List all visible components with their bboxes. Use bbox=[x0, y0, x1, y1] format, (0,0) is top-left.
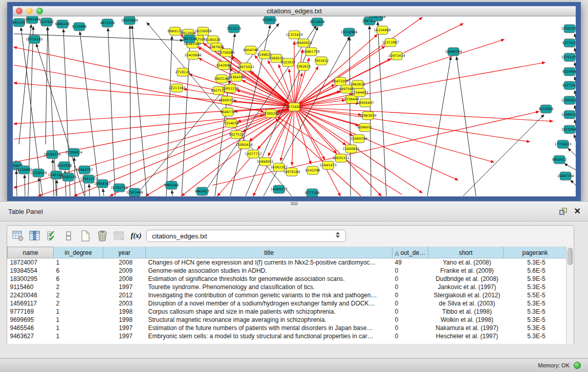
show-columns-icon[interactable] bbox=[27, 229, 42, 243]
graph-node[interactable]: 20206576 bbox=[43, 150, 60, 159]
column-header-name[interactable]: name bbox=[8, 247, 54, 258]
graph-node[interactable]: 11325419 bbox=[286, 31, 302, 39]
column-header-in_degree[interactable]: in_degree bbox=[54, 247, 103, 258]
graph-node[interactable]: 9115460 bbox=[72, 23, 87, 31]
graph-node[interactable]: 10719185 bbox=[26, 35, 42, 43]
graph-node[interactable]: 4671938 bbox=[100, 19, 115, 27]
graph-node[interactable]: 16961758 bbox=[302, 48, 319, 56]
column-header-short[interactable]: short bbox=[428, 247, 504, 258]
graph-node[interactable]: 9646733 bbox=[221, 108, 235, 116]
graph-node[interactable]: 18640910 bbox=[295, 39, 312, 47]
graph-node[interactable]: 18956497 bbox=[357, 99, 374, 107]
graph-node[interactable]: 15751074 bbox=[561, 53, 576, 61]
graph-node[interactable]: 8454749 bbox=[244, 46, 258, 54]
graph-node[interactable]: 7955812 bbox=[314, 57, 329, 65]
new-column-icon[interactable] bbox=[78, 229, 93, 243]
table-row[interactable]: 1830029562008Estimation of significance … bbox=[8, 275, 567, 283]
graph-node[interactable]: 12093832 bbox=[561, 96, 576, 104]
table-scrollbar[interactable] bbox=[566, 247, 574, 344]
graph-node[interactable]: 15049299 bbox=[350, 135, 367, 143]
network-window-titlebar[interactable]: citations_edges.txt bbox=[13, 6, 576, 16]
table-row[interactable]: 969969511998Structural magnetic resonanc… bbox=[8, 316, 567, 324]
graph-node[interactable]: 9142298 bbox=[306, 166, 320, 174]
graph-node[interactable]: 18226058 bbox=[194, 27, 211, 35]
graph-node[interactable]: 9277431 bbox=[562, 39, 576, 47]
graph-node[interactable]: 12213343 bbox=[168, 84, 185, 92]
graph-node[interactable]: 9027512 bbox=[229, 130, 244, 139]
graph-node[interactable]: 7154034 bbox=[224, 119, 239, 127]
graph-node[interactable]: 17710433 bbox=[554, 140, 571, 148]
graph-node[interactable]: 16210643 bbox=[561, 125, 576, 134]
minimize-window-button[interactable] bbox=[26, 8, 33, 14]
table-row[interactable]: 2242004622012Investigating the contribut… bbox=[8, 291, 567, 299]
select-all-icon[interactable] bbox=[44, 229, 59, 243]
graph-node[interactable]: 9463627 bbox=[195, 187, 210, 195]
table-row[interactable]: 946554611997Estimation of the future num… bbox=[8, 324, 567, 332]
table-selector-dropdown[interactable]: citations_edges.txt bbox=[146, 230, 346, 242]
graph-node[interactable]: 8096951 bbox=[358, 123, 373, 132]
graph-node[interactable]: 12942757 bbox=[76, 166, 93, 174]
graph-node[interactable]: 7857224 bbox=[182, 35, 197, 43]
table-row[interactable]: 1456911722003Disruption of a novel membe… bbox=[8, 299, 567, 308]
close-window-button[interactable] bbox=[16, 8, 23, 14]
graph-node[interactable]: 18698321 bbox=[218, 96, 235, 104]
graph-node[interactable]: 16782759 bbox=[111, 184, 127, 192]
graph-node[interactable]: 8813054 bbox=[310, 18, 325, 26]
graph-node[interactable]: 15845473 bbox=[319, 161, 336, 169]
graph-node[interactable]: 14569117 bbox=[270, 185, 287, 193]
unselect-all-icon[interactable] bbox=[61, 229, 76, 243]
panel-splitter-grip[interactable] bbox=[291, 202, 298, 205]
graph-node[interactable]: 9450512 bbox=[552, 156, 567, 164]
delete-column-icon[interactable] bbox=[95, 229, 110, 243]
network-canvas[interactable]: 1872400788601238912954182260589827508818… bbox=[13, 16, 576, 196]
table-row[interactable]: 977716911998Corpus callosum shape and si… bbox=[8, 308, 567, 316]
graph-node[interactable]: 9465546 bbox=[164, 181, 179, 189]
graph-node[interactable]: 19218986 bbox=[340, 28, 357, 36]
graph-node[interactable]: 9329966 bbox=[562, 68, 576, 76]
graph-node[interactable]: 6466190 bbox=[55, 20, 70, 28]
graph-node[interactable]: 9227343 bbox=[562, 81, 576, 90]
graph-node[interactable]: 2803144 bbox=[214, 75, 229, 83]
graph-node[interactable]: 8215958 bbox=[539, 105, 554, 113]
graph-node[interactable]: 18300295 bbox=[262, 110, 279, 118]
graph-node[interactable]: 11600651 bbox=[342, 145, 359, 153]
graph-node[interactable]: 22420046 bbox=[184, 51, 201, 59]
graph-node[interactable]: 12923446 bbox=[126, 188, 143, 196]
column-header-title[interactable]: title bbox=[146, 247, 393, 258]
graph-node[interactable]: 8322037 bbox=[281, 58, 296, 67]
graph-node[interactable]: 16487784 bbox=[557, 172, 574, 180]
graph-node[interactable]: 9242848 bbox=[216, 61, 231, 70]
graph-node[interactable]: 17359924 bbox=[65, 148, 82, 157]
scrollbar-thumb[interactable] bbox=[568, 248, 573, 265]
column-header-out_de[interactable]: △out_de… bbox=[393, 247, 428, 258]
network-view-window[interactable]: citations_edges.txt 18724007886012389129… bbox=[7, 2, 581, 201]
graph-node[interactable]: 8860123 bbox=[168, 27, 183, 35]
graph-node[interactable]: 16033809 bbox=[121, 16, 138, 25]
graph-node[interactable]: 10973414 bbox=[388, 52, 405, 60]
graph-node[interactable]: 16648784 bbox=[445, 48, 462, 56]
graph-node[interactable]: 1527602 bbox=[39, 18, 54, 26]
table-row[interactable]: 946362711997Embryonic stem cells: a mode… bbox=[8, 332, 567, 340]
graph-node[interactable]: 16154808 bbox=[374, 26, 390, 34]
float-panel-icon[interactable] bbox=[559, 207, 568, 215]
table-mode-icon[interactable] bbox=[10, 229, 26, 243]
table-row[interactable]: 1872400712008Changes of HCN gene express… bbox=[8, 258, 567, 267]
table-row[interactable]: 911546021997Tourette syndrome. Phenomeno… bbox=[8, 283, 567, 291]
graph-node[interactable]: 10472057 bbox=[332, 77, 349, 85]
graph-node[interactable]: 7462610 bbox=[351, 80, 365, 89]
table-row[interactable]: 1938455462009Genome-wide association stu… bbox=[8, 267, 567, 275]
close-panel-icon[interactable]: ✕ bbox=[574, 206, 581, 216]
graph-node[interactable]: 9777169 bbox=[305, 189, 320, 196]
column-header-year[interactable]: year bbox=[103, 247, 146, 258]
graph-node[interactable]: 12444154 bbox=[561, 111, 576, 119]
function-builder-icon[interactable]: f(x) bbox=[128, 229, 144, 243]
graph-node[interactable]: 15591975 bbox=[561, 25, 576, 33]
graph-node[interactable]: 7515525 bbox=[227, 25, 242, 33]
graph-node[interactable]: 9197588 bbox=[57, 162, 72, 170]
column-header-pagerank[interactable]: pagerank bbox=[504, 247, 567, 258]
graph-node[interactable]: 1362615 bbox=[296, 62, 311, 71]
graph-node[interactable]: 2718120 bbox=[176, 68, 190, 76]
delete-table-icon[interactable] bbox=[112, 229, 127, 243]
zoom-window-button[interactable] bbox=[36, 8, 43, 14]
graph-node[interactable]: 12213967 bbox=[382, 38, 399, 47]
